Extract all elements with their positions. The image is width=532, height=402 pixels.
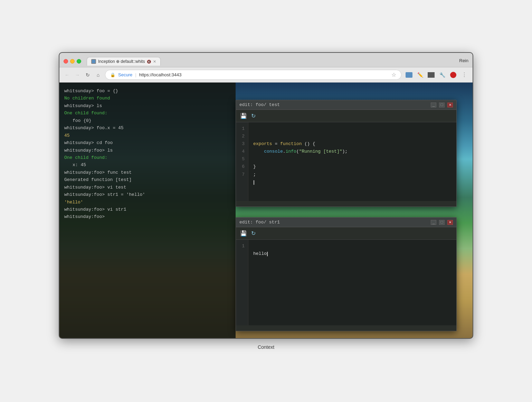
term-line-17: whitsunday:foo> vi str1 <box>64 206 231 213</box>
extension-icon-pencil[interactable]: ✏️ <box>416 71 424 79</box>
editor-2-code[interactable]: hello <box>248 240 456 325</box>
wrench-icon: 🔧 <box>439 72 445 78</box>
editor-2-maximize[interactable]: □ <box>439 220 445 225</box>
maximize-button[interactable] <box>77 59 81 64</box>
tab-mute-icon: 🔇 <box>147 60 151 64</box>
svg-rect-0 <box>92 60 95 63</box>
minimize-button[interactable] <box>70 59 75 64</box>
close-button[interactable] <box>64 59 68 64</box>
editor-2-title: edit: foo/ str1 <box>239 220 280 225</box>
browser-window: Inception ⊕ default::whits 🔇 ✕ Rein ← → … <box>59 52 473 339</box>
editor-1-reload-icon[interactable]: ↻ <box>251 113 256 119</box>
bookmark-star-icon[interactable]: ☆ <box>391 71 396 78</box>
code-line-7 <box>253 180 254 185</box>
extension-icon-wrench[interactable]: 🔧 <box>438 71 446 79</box>
editor-window-str1: edit: foo/ str1 _ □ ✕ 💾 ↻ 1 hello <box>236 217 457 331</box>
extension-icon-stop[interactable] <box>449 71 457 79</box>
editor-1-save-icon[interactable]: 💾 <box>240 113 247 119</box>
term-line-9: whitsunday:foo> ls <box>64 147 231 154</box>
browser-tab[interactable]: Inception ⊕ default::whits 🔇 ✕ <box>87 57 161 66</box>
home-button[interactable]: ⌂ <box>95 71 102 78</box>
term-line-4: One child found: <box>64 109 231 117</box>
term-line-6: whitsunday> foo.x = 45 <box>64 124 231 132</box>
ext-icon-blue <box>406 72 412 78</box>
editor-1-minimize[interactable]: _ <box>431 103 436 107</box>
term-line-5: foo {0} <box>64 117 231 124</box>
lock-icon: 🔒 <box>110 73 115 77</box>
editor-2-reload-icon[interactable]: ↻ <box>251 230 256 237</box>
term-line-16: 'hello' <box>64 199 231 206</box>
user-label: Rein <box>459 58 468 65</box>
code-line-3: console.info("Running [test]"); <box>253 149 348 154</box>
term-line-2: No children found <box>64 95 231 102</box>
term-line-3: whitsunday> ls <box>64 102 231 109</box>
secure-label: Secure <box>118 72 132 77</box>
code-line-5: } <box>253 164 256 169</box>
address-bar: ← → ↻ ⌂ 🔒 Secure | https://localhost:344… <box>59 67 473 83</box>
editor-1-line-numbers: 1 2 3 4 5 6 7 <box>236 122 248 201</box>
red-circle-icon <box>450 72 456 78</box>
code-line-2: exports = function () { <box>253 141 315 146</box>
editor-1-maximize[interactable]: □ <box>439 103 445 107</box>
tab-close-icon[interactable]: ✕ <box>153 59 156 64</box>
term-line-18: whitsunday:foo> <box>64 213 231 220</box>
term-line-15: whitsunday:foo> str1 = 'hello' <box>64 191 231 198</box>
editor-2-close[interactable]: ✕ <box>447 220 453 225</box>
editor-window-test: edit: foo/ test _ □ ✕ 💾 ↻ 1 2 3 4 5 6 <box>236 100 457 207</box>
pencil-icon: ✏️ <box>417 72 423 78</box>
editor-1-toolbar: 💾 ↻ <box>236 110 456 122</box>
menu-button[interactable]: ⋮ <box>460 71 468 79</box>
url-bar[interactable]: 🔒 Secure | https://localhost:3443 ☆ <box>105 70 401 80</box>
tab-favicon <box>91 59 96 64</box>
editor-1-code[interactable]: exports = function () { console.info("Ru… <box>248 122 456 201</box>
term-line-1: whitsunday> foo = {} <box>64 87 231 95</box>
browser-toolbar-icons: ✏️ 🔧 ⋮ <box>405 71 468 79</box>
editor-2-minimize[interactable]: _ <box>431 220 436 225</box>
back-button[interactable]: ← <box>64 71 70 78</box>
editor-1-close[interactable]: ✕ <box>447 103 453 107</box>
page-caption: Context <box>258 344 274 350</box>
editor-2-line-numbers: 1 <box>236 240 248 325</box>
extension-icon-1[interactable] <box>405 71 413 79</box>
extension-icon-rect[interactable] <box>427 71 435 79</box>
editor-1-title: edit: foo/ test <box>239 102 280 107</box>
term-line-14: whitsunday:foo> vi test <box>64 184 231 191</box>
reload-button[interactable]: ↻ <box>84 71 91 78</box>
editor-2-titlebar: edit: foo/ str1 _ □ ✕ <box>236 218 456 227</box>
code-line-1 <box>253 134 256 139</box>
term-line-8: whitsunday> cd foo <box>64 139 231 146</box>
url-display: https://localhost:3443 <box>139 72 182 77</box>
term-line-13: Generated function [test] <box>64 176 231 183</box>
editor-2-controls: _ □ ✕ <box>431 220 453 225</box>
traffic-lights <box>64 59 81 64</box>
code-line-6: ; <box>253 172 256 177</box>
str1-code-line-1: hello <box>253 251 268 256</box>
term-line-10: One child found: <box>64 154 231 161</box>
kebab-menu-icon: ⋮ <box>462 71 467 78</box>
editor-2-save-icon[interactable]: 💾 <box>240 230 247 237</box>
title-bar: Inception ⊕ default::whits 🔇 ✕ Rein <box>59 53 473 67</box>
term-line-11: x: 45 <box>64 161 231 169</box>
url-separator: | <box>135 72 136 77</box>
forward-button[interactable]: → <box>74 71 81 78</box>
term-line-7: 45 <box>64 132 231 139</box>
editor-2-body[interactable]: 1 hello <box>236 240 456 325</box>
rect-icon <box>428 72 435 78</box>
editor-1-controls: _ □ ✕ <box>431 103 453 107</box>
tab-label: Inception ⊕ default::whits <box>98 59 145 64</box>
term-line-12: whitsunday:foo> func test <box>64 169 231 176</box>
editor-1-body[interactable]: 1 2 3 4 5 6 7 exports = function () { co… <box>236 122 456 201</box>
main-content: whitsunday> foo = {} No children found w… <box>59 83 473 338</box>
terminal-panel[interactable]: whitsunday> foo = {} No children found w… <box>59 83 236 338</box>
code-line-4 <box>253 156 256 162</box>
editor-2-toolbar: 💾 ↻ <box>236 227 456 240</box>
editor-1-titlebar: edit: foo/ test _ □ ✕ <box>236 100 456 110</box>
